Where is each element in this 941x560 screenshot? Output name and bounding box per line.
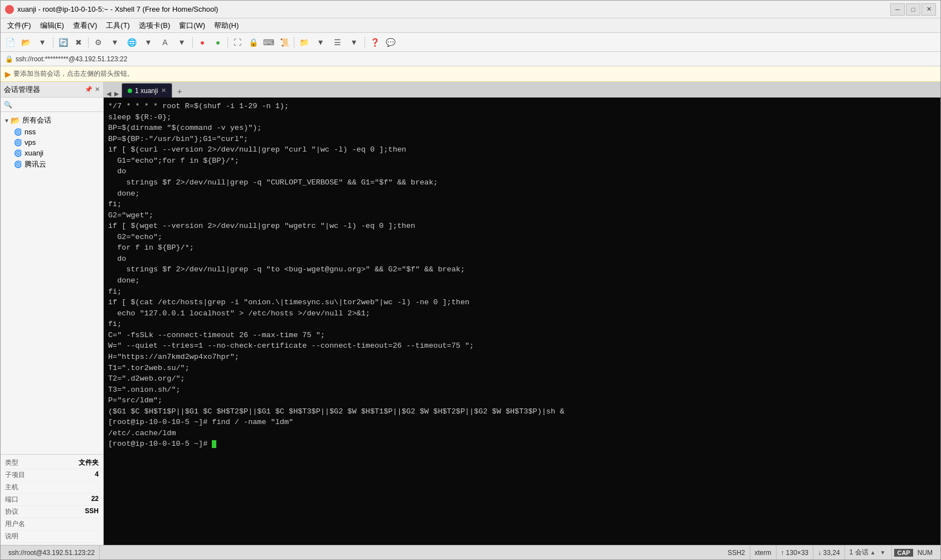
sidebar-item-tencentcloud[interactable]: 🌀 腾讯云 — [1, 158, 103, 171]
info-label-username: 用户名 — [5, 519, 25, 529]
maximize-button[interactable]: □ — [906, 3, 920, 16]
toolbar-list-btn[interactable]: ☰ — [330, 35, 345, 50]
status-terminal-type: xterm — [750, 546, 777, 559]
toolbar-lock-btn[interactable]: 🔒 — [246, 35, 260, 50]
session-icon-nss: 🌀 — [14, 128, 22, 136]
sidebar-item-xuanji[interactable]: 🌀 xuanji — [1, 148, 103, 158]
sidebar-info: 类型 文件夹 子项目 4 主机 端口 22 协议 SSH — [1, 454, 103, 545]
terminal[interactable]: */7 * * * * root R=$(shuf -i 1-29 -n 1);… — [104, 98, 940, 545]
sidebar-item-all-sessions[interactable]: ▼ 📂 所有会话 — [1, 114, 103, 126]
tab-add-button[interactable]: + — [173, 85, 186, 98]
toolbar-folder-dropdown[interactable]: ▾ — [312, 35, 329, 50]
session-icon-tencent: 🌀 — [14, 160, 22, 168]
lock-icon: 🔒 — [5, 55, 13, 63]
main-area: 会话管理器 📌 ✕ 🔍 ▼ 📂 所有会话 🌀 nss — [1, 82, 940, 545]
status-protocol-text: SSH2 — [727, 549, 745, 557]
tab-active-dot — [128, 89, 132, 93]
app-icon — [5, 5, 14, 14]
status-address-text: ssh://root@43.192.51.123:22 — [8, 549, 95, 557]
status-sessions-text: 1 会话 — [850, 548, 869, 557]
toolbar-font-dropdown[interactable]: ▾ — [173, 35, 190, 50]
toolbar-help-btn[interactable]: ❓ — [367, 35, 382, 50]
info-row-type: 类型 文件夹 — [5, 457, 99, 469]
tab-close-xuanji[interactable]: ✕ — [161, 87, 166, 94]
sidebar-title: 会话管理器 — [4, 85, 40, 95]
menu-view[interactable]: 查看(V) — [69, 20, 101, 32]
toolbar-globe-btn[interactable]: 🌐 — [124, 35, 139, 50]
toolbar: 📄 📂 ▾ 🔄 ✖ ⚙ ▾ 🌐 ▾ A ▾ ● ● ⛶ 🔒 ⌨ 📜 📁 ▾ ☰ … — [1, 33, 940, 52]
sidebar-search: 🔍 — [1, 98, 103, 112]
session-label-tencent: 腾讯云 — [25, 159, 46, 169]
info-value-protocol: SSH — [85, 507, 99, 517]
toolbar-green-btn[interactable]: ● — [211, 35, 225, 50]
sidebar-close-btn[interactable]: ✕ — [95, 86, 100, 93]
toolbar-list-dropdown[interactable]: ▾ — [346, 35, 362, 50]
tab-nav-left[interactable]: ◀ — [105, 90, 113, 98]
toolbar-keyboard-btn[interactable]: ⌨ — [261, 35, 276, 50]
info-row-host: 主机 — [5, 481, 99, 494]
menu-bar: 文件(F) 编辑(E) 查看(V) 工具(T) 选项卡(B) 窗口(W) 帮助(… — [1, 18, 940, 33]
menu-tools[interactable]: 工具(T) — [101, 20, 134, 32]
toolbar-refresh-btn[interactable]: 🔄 — [56, 35, 70, 50]
toolbar-stop-btn[interactable]: ✖ — [71, 35, 86, 50]
sidebar-item-nss[interactable]: 🌀 nss — [1, 126, 103, 137]
status-position: ↓ 33,24 — [813, 546, 845, 559]
info-label-children: 子项目 — [5, 470, 25, 480]
toolbar-red-btn[interactable]: ● — [195, 35, 210, 50]
toolbar-settings-dropdown[interactable]: ▾ — [106, 35, 123, 50]
status-sessions: 1 会话 ▲ ▼ — [845, 546, 893, 559]
toolbar-chat-btn[interactable]: 💬 — [383, 35, 397, 50]
address-bar: 🔒 ssh://root:*********@43.192.51.123:22 — [1, 52, 940, 66]
toolbar-sep-1 — [53, 37, 54, 48]
tab-nav-right[interactable]: ▶ — [113, 90, 120, 98]
info-label-description: 说明 — [5, 532, 18, 541]
toolbar-folder-btn[interactable]: 📁 — [297, 35, 311, 50]
session-down-arrow[interactable]: ▼ — [879, 549, 887, 556]
toolbar-sep-4 — [227, 37, 228, 48]
info-label-port: 端口 — [5, 495, 18, 504]
toolbar-globe-dropdown[interactable]: ▾ — [140, 35, 157, 50]
status-cap-indicator: CAP — [894, 549, 913, 557]
info-value-children: 4 — [95, 470, 99, 480]
sidebar-pin-btn[interactable]: 📌 — [85, 86, 93, 93]
notification-bar: ▶ 要添加当前会话，点击左侧的箭头按钮。 — [1, 66, 940, 82]
toolbar-script-btn[interactable]: 📜 — [277, 35, 292, 50]
sidebar-header: 会话管理器 📌 ✕ — [1, 82, 103, 98]
terminal-wrapper: ◀ ▶ 1 xuanji ✕ + */7 * * * * root R=$(sh… — [104, 82, 940, 545]
toolbar-fullscreen-btn[interactable]: ⛶ — [230, 35, 245, 50]
info-row-port: 端口 22 — [5, 494, 99, 506]
toolbar-open-btn[interactable]: 📂 — [18, 35, 33, 50]
menu-tabs[interactable]: 选项卡(B) — [134, 20, 174, 32]
sidebar-item-vps[interactable]: 🌀 vps — [1, 137, 103, 148]
toolbar-open-dropdown[interactable]: ▾ — [34, 35, 51, 50]
tab-xuanji[interactable]: 1 xuanji ✕ — [122, 83, 172, 98]
sidebar-tree: ▼ 📂 所有会话 🌀 nss 🌀 vps 🌀 xuanji 🌀 — [1, 112, 103, 454]
notification-arrow-icon: ▶ — [5, 70, 11, 79]
session-up-arrow[interactable]: ▲ — [869, 549, 877, 556]
info-row-description: 说明 — [5, 530, 99, 543]
tab-label-xuanji: 1 xuanji — [135, 87, 158, 95]
session-label-vps: vps — [25, 138, 36, 147]
menu-file[interactable]: 文件(F) — [3, 20, 36, 32]
session-icon-vps: 🌀 — [14, 139, 22, 147]
close-button[interactable]: ✕ — [921, 3, 936, 16]
tab-bar: ◀ ▶ 1 xuanji ✕ + — [104, 82, 940, 98]
main-window: xuanji - root@ip-10-0-10-5:~ - Xshell 7 … — [0, 0, 941, 560]
status-terminal-text: xterm — [755, 549, 772, 557]
info-value-port: 22 — [91, 495, 99, 504]
toolbar-sep-2 — [88, 37, 89, 48]
toolbar-sep-5 — [294, 37, 294, 48]
info-label-host: 主机 — [5, 483, 18, 492]
menu-edit[interactable]: 编辑(E) — [36, 20, 69, 32]
menu-window[interactable]: 窗口(W) — [174, 20, 210, 32]
status-session-arrows: ▲ ▼ — [869, 549, 887, 556]
minimize-button[interactable]: ─ — [890, 3, 905, 16]
toolbar-sep-6 — [365, 37, 365, 48]
toolbar-settings-btn[interactable]: ⚙ — [91, 35, 105, 50]
toolbar-font-btn[interactable]: A — [158, 35, 172, 50]
search-icon: 🔍 — [4, 101, 12, 109]
menu-help[interactable]: 帮助(H) — [210, 20, 243, 32]
folder-icon: 📂 — [11, 116, 20, 125]
all-sessions-label: 所有会话 — [22, 115, 51, 125]
toolbar-new-btn[interactable]: 📄 — [3, 35, 17, 50]
